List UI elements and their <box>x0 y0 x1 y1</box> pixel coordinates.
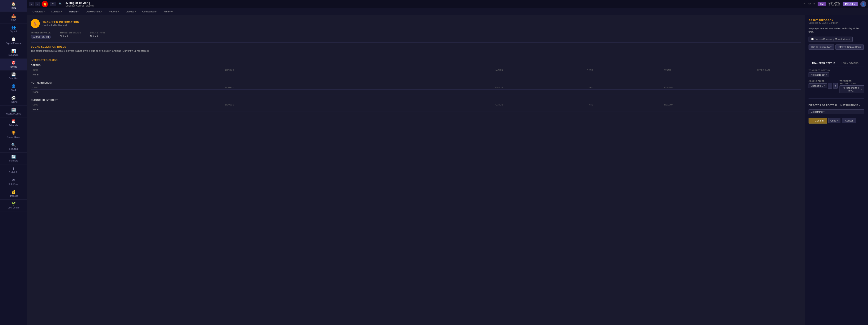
sidebar-item-staff[interactable]: 👤 Staff <box>0 82 27 94</box>
transfer-header: 🦌 TRANSFER INFORMATION Contracted to Wat… <box>31 19 801 28</box>
rumoured-reason-cell <box>662 107 801 112</box>
tab-history-arrow: ▾ <box>172 10 174 13</box>
table-row: None <box>31 107 801 112</box>
squad-selection-desc: The squad must have at least 8 players t… <box>31 50 801 52</box>
player-position: Defender (Centre) - Watford <box>66 4 94 7</box>
search-icon: 🔍 <box>59 2 62 5</box>
sidebar-item-tactics[interactable]: 🎯 Tactics <box>0 59 27 70</box>
inbox-badge[interactable]: INBOX » <box>843 2 858 6</box>
divider-1 <box>31 42 801 43</box>
rumoured-col-nation: NATION <box>493 103 585 107</box>
active-interest-table: CLUB LEAGUE NATION TYPE REASON None <box>31 85 801 94</box>
nav-tabs: Overview ▾ Contract ▾ Transfer ▾ Develop… <box>27 8 868 15</box>
topbar-right: ✏ 🛡 ? FM Mon 09:00 3 Jul 2023 INBOX » 👤 <box>804 1 866 7</box>
sidebar-item-label: Finances <box>9 195 18 197</box>
rumoured-interest-section: RUMOURED INTEREST CLUB LEAGUE NATION TYP… <box>31 99 801 112</box>
sidebar-item-label: Competitions <box>7 136 20 138</box>
transfer-header-text: TRANSFER INFORMATION Contracted to Watfo… <box>42 21 79 26</box>
hire-intermediary-button[interactable]: Hire an Intermediary <box>809 44 834 50</box>
rumoured-club-cell: None <box>31 107 223 112</box>
home-icon: 🏠 <box>11 2 16 6</box>
sidebar-item-label: Dynamics <box>8 54 19 56</box>
cancel-button[interactable]: Cancel <box>842 118 856 123</box>
tab-overview[interactable]: Overview ▾ <box>30 9 48 14</box>
search-area: 🔍 <box>59 2 62 5</box>
tab-transfer[interactable]: Transfer ▾ <box>66 9 82 14</box>
tab-comparison-arrow: ▾ <box>156 10 158 13</box>
sidebar-item-home[interactable]: 🏠 Home <box>0 0 27 12</box>
tab-contract[interactable]: Contract ▾ <box>49 9 65 14</box>
sidebar-item-label: Squad <box>10 30 17 33</box>
sidebar-item-label: Dev. Centre <box>7 206 20 209</box>
discuss-generating-button[interactable]: 💬 Discuss Generating Market Interest <box>809 37 852 42</box>
transfer-status-dropdown[interactable]: No status set ▾ <box>809 72 829 77</box>
dev-centre-icon: 🌱 <box>11 202 16 205</box>
status-tab-loan[interactable]: LOAN STATUS <box>838 61 862 66</box>
rumoured-nation-cell <box>493 107 585 112</box>
inbox-arrow: » <box>854 3 855 5</box>
sidebar-item-data-hub[interactable]: 💾 Data Hub <box>0 70 27 82</box>
nav-up-button[interactable]: ⌃ <box>50 2 56 6</box>
club-info-icon: ℹ <box>13 167 14 170</box>
offers-title: OFFERS <box>31 64 801 67</box>
fm-badge: FM <box>817 2 826 6</box>
sidebar-item-club-info[interactable]: ℹ Club Info <box>0 164 27 176</box>
active-type-cell <box>585 90 662 94</box>
asking-price-plus[interactable]: + <box>833 83 838 89</box>
inbox-label: INBOX <box>845 3 853 5</box>
club-vision-icon: 👁 <box>12 178 16 182</box>
transfer-info-title: TRANSFER INFORMATION <box>42 21 79 24</box>
active-nation-cell <box>493 90 585 94</box>
sidebar-item-finances[interactable]: 💰 Finances <box>0 188 27 200</box>
tab-comparison[interactable]: Comparison ▾ <box>140 9 160 14</box>
sidebar-item-label: Data Hub <box>8 77 18 80</box>
squad-selection-title: SQUAD SELECTION RULES <box>31 45 801 48</box>
sidebar-item-medical[interactable]: 🏥 Medical Centre <box>0 106 27 118</box>
sidebar-item-dynamics[interactable]: 📊 Dynamics <box>0 47 27 59</box>
do-nothing-dropdown[interactable]: Do nothing ▾ <box>809 109 864 114</box>
sidebar-item-competitions[interactable]: 🏆 Competitions <box>0 129 27 141</box>
nav-forward-button[interactable]: › <box>35 2 40 6</box>
topbar-date2: 3 Jul 2023 <box>829 4 840 7</box>
director-title[interactable]: DIRECTOR OF FOOTBALL INSTRUCTIONS › <box>809 104 864 107</box>
sidebar-item-scouting[interactable]: 🔍 Scouting <box>0 141 27 153</box>
sidebar-item-transfers[interactable]: 🔄 Transfers <box>0 153 27 164</box>
player-name: 4. Rogier de Jong <box>66 1 94 4</box>
training-icon: ⚽ <box>11 96 16 100</box>
transfer-instructions-section: TRANSFER INSTRUCTIONS I'll respond to it… <box>839 80 864 93</box>
sidebar-item-label: Squad Planner <box>6 42 21 44</box>
sidebar-item-dev-centre[interactable]: 🌱 Dev. Centre <box>0 200 27 212</box>
player-fullname: Rogier de Jong <box>69 1 90 4</box>
status-tab-transfer[interactable]: TRANSFER STATUS <box>809 61 838 66</box>
transfer-instructions-dropdown[interactable]: I'll respond to it my... ▾ <box>839 85 864 93</box>
squad-selection-section: SQUAD SELECTION RULES The squad must hav… <box>31 45 801 52</box>
rumoured-col-type: TYPE <box>585 103 662 107</box>
player-number: 4. <box>66 1 68 4</box>
sidebar-item-schedule[interactable]: 📅 Schedule <box>0 118 27 129</box>
confirm-button[interactable]: ✓ Confirm <box>809 118 827 124</box>
director-instructions-section: DIRECTOR OF FOOTBALL INSTRUCTIONS › <box>809 104 864 107</box>
sidebar-item-inbox[interactable]: 📥 Inbox <box>0 12 27 24</box>
asking-price-dropdown[interactable]: Unspecifi... ▾ <box>809 83 827 88</box>
nav-back-button[interactable]: ‹ <box>29 2 34 6</box>
sidebar-item-squad-planner[interactable]: 📋 Squad Planner <box>0 35 27 47</box>
sidebar-item-squad[interactable]: 👥 Squad <box>0 24 27 35</box>
transfer-status-value: Not set <box>60 35 81 37</box>
sidebar-item-training[interactable]: ⚽ Training <box>0 94 27 106</box>
offers-col-date: OFFER DATE <box>755 68 801 72</box>
offers-league-cell <box>223 72 493 77</box>
user-avatar[interactable]: 👤 <box>860 1 866 7</box>
sidebar-item-club-vision[interactable]: 👁 Club Vision <box>0 176 27 188</box>
squad-planner-icon: 📋 <box>11 37 16 41</box>
rumoured-interest-title: RUMOURED INTEREST <box>31 99 801 101</box>
asking-price-minus[interactable]: − <box>828 83 832 89</box>
tab-development[interactable]: Development ▾ <box>83 9 105 14</box>
active-interest-section: ACTIVE INTEREST CLUB LEAGUE NATION TYPE … <box>31 82 801 94</box>
tab-history[interactable]: History ▾ <box>161 9 176 14</box>
asking-price-row: Unspecifi... ▾ − + <box>809 83 838 89</box>
tab-reports[interactable]: Reports ▾ <box>106 9 122 14</box>
asking-price-label: ASKING PRICE <box>809 80 838 82</box>
tab-discuss[interactable]: Discuss ▾ <box>123 9 139 14</box>
undo-button[interactable]: Undo ▾ <box>829 118 840 123</box>
offer-transferroom-button[interactable]: Offer via TransferRoom <box>835 44 864 50</box>
